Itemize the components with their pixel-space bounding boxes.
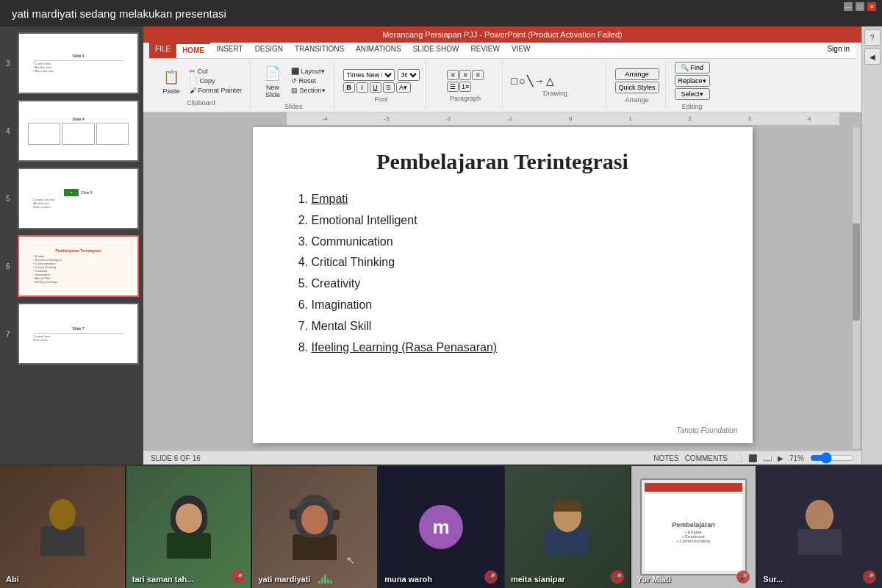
- list-item-5: Creativity: [312, 273, 716, 295]
- tab-transitions[interactable]: TRANSITIONS: [289, 43, 350, 58]
- tab-file[interactable]: FILE: [149, 43, 176, 58]
- question-help-button[interactable]: ?: [864, 29, 881, 46]
- collapse-button[interactable]: ◀: [864, 49, 881, 65]
- tab-insert[interactable]: INSERT: [210, 43, 249, 58]
- tab-animations[interactable]: ANIMATIONS: [350, 43, 406, 58]
- tab-home[interactable]: HOME: [176, 43, 210, 58]
- slide-thumb-6[interactable]: Pembelajaran Terintegrasi • Empati • Emo…: [18, 235, 139, 297]
- copy-button[interactable]: 📄 Copy: [187, 76, 244, 85]
- meita-body: [545, 529, 589, 555]
- view-slideshow[interactable]: ▶: [778, 454, 784, 462]
- slide-thumb-5[interactable]: ● Slide 5 Content text line Another line…: [18, 168, 139, 229]
- font-size-select[interactable]: 36: [398, 69, 420, 81]
- tab-view[interactable]: VIEW: [506, 43, 537, 58]
- view-slide-sorter[interactable]: ⬛: [748, 454, 757, 462]
- ribbon-group-slides: 📄 NewSlide ⬛ Layout▾ ↺ Reset ▤ Section▾ …: [254, 62, 334, 110]
- tab-review[interactable]: REVIEW: [465, 43, 505, 58]
- ribbon-group-arrange: Arrange Quick Styles Arrange: [609, 62, 666, 110]
- align-right-button[interactable]: ≡: [472, 70, 484, 80]
- sur-body: [797, 529, 842, 555]
- slide-count: SLIDE 6 OF 16: [151, 454, 201, 462]
- shapes-button[interactable]: □: [512, 75, 517, 87]
- reset-button[interactable]: ↺ Reset: [289, 76, 328, 85]
- view-reading[interactable]: 📖: [763, 454, 772, 462]
- tab-design[interactable]: DESIGN: [249, 43, 289, 58]
- list-item-3: Communication: [312, 232, 716, 253]
- comments-button[interactable]: COMMENTS: [685, 454, 728, 462]
- signin-button[interactable]: Sign in: [821, 43, 856, 58]
- maximize-button[interactable]: □: [856, 2, 864, 11]
- view-normal[interactable]: ⬜: [734, 454, 742, 462]
- body: [167, 533, 211, 559]
- paste-icon: 📋: [161, 67, 182, 87]
- replace-button[interactable]: Replace▾: [675, 75, 710, 87]
- screen-content: Pembelajaran • Empati• Emotional• Commun…: [645, 494, 742, 572]
- italic-button[interactable]: I: [356, 82, 368, 93]
- list-item-1: Empati: [312, 189, 716, 210]
- cut-button[interactable]: ✂ Cut: [187, 67, 244, 76]
- screen-slide-content: • Empati• Emotional• Communication: [672, 530, 715, 543]
- yati-face: ↖: [252, 466, 377, 588]
- yati-audio-bars: [318, 573, 332, 584]
- window-controls[interactable]: — □ ✕: [844, 2, 876, 11]
- ribbon-group-editing: 🔍 Find Replace▾ Select▾ Editing: [669, 62, 716, 110]
- triangle-button[interactable]: △: [546, 75, 554, 87]
- person-tari: [167, 495, 211, 559]
- close-button[interactable]: ✕: [867, 2, 876, 11]
- meita-hair: [553, 500, 581, 512]
- video-cell-yati: ↖ yati mardiyati: [252, 466, 379, 588]
- abi-face: [0, 466, 125, 588]
- numbering-button[interactable]: 1≡: [459, 82, 471, 92]
- ribbon-group-clipboard: 📋 Paste ✂ Cut 📄 Copy 🖌 Format Painter Cl…: [152, 62, 251, 110]
- align-center-button[interactable]: ≡: [459, 70, 471, 80]
- slide-edit-area[interactable]: -4-3-2-101234 Pembelajaran Terintegrasi …: [143, 112, 861, 451]
- select-button[interactable]: Select▾: [675, 88, 710, 100]
- quick-styles-button[interactable]: Quick Styles: [615, 82, 659, 93]
- meita-mic-off-icon: 🎤: [611, 570, 624, 584]
- slide-canvas[interactable]: Pembelajaran Terintegrasi Empati Emotion…: [253, 127, 753, 443]
- video-cell-sur: Sur... 🎤: [757, 466, 882, 588]
- presenter-status: yati mardiyati sedang melakukan presenta…: [12, 7, 226, 20]
- headset-band: [292, 498, 337, 520]
- font-color-button[interactable]: A▾: [396, 82, 411, 93]
- bullets-button[interactable]: ☰: [447, 82, 459, 92]
- clipboard-label: Clipboard: [187, 99, 215, 107]
- muna-avatar: m: [419, 505, 463, 549]
- strikethrough-button[interactable]: S: [383, 82, 395, 93]
- slide-thumb-7[interactable]: Slide 7 Content here More items: [18, 303, 139, 365]
- tab-slideshow[interactable]: SLIDE SHOW: [407, 43, 465, 58]
- arrange-button[interactable]: Arrange: [615, 68, 659, 80]
- ribbon-group-paragraph: ≡ ≡ ≡ ☰ 1≡ Paragraph: [429, 62, 503, 110]
- scrollbar-thumb[interactable]: [853, 223, 860, 320]
- arrow-button[interactable]: →: [534, 75, 545, 87]
- minimize-button[interactable]: —: [844, 2, 853, 11]
- slide-footer: Tanoto Foundation: [676, 426, 737, 434]
- slides-small-buttons: ⬛ Layout▾ ↺ Reset ▤ Section▾: [289, 67, 328, 95]
- align-left-button[interactable]: ≡: [447, 70, 459, 80]
- line-button[interactable]: ╲: [527, 75, 533, 87]
- list-item-8: Ifeeling Learning (Rasa Penasaran): [312, 337, 716, 359]
- vertical-scrollbar[interactable]: [853, 127, 860, 449]
- zoom-slider[interactable]: [810, 452, 854, 464]
- underline-button[interactable]: U: [370, 82, 381, 93]
- person-abi: [40, 499, 85, 556]
- ribbon-group-font: Times New R... 36 B I U S A▾ Font: [337, 62, 426, 110]
- font-family-select[interactable]: Times New R...: [343, 69, 395, 81]
- sur-name: Sur...: [763, 575, 783, 584]
- paste-button[interactable]: 📋 Paste: [158, 65, 184, 96]
- oval-button[interactable]: ○: [519, 75, 525, 87]
- layout-button[interactable]: ⬛ Layout▾: [289, 67, 328, 76]
- slide-thumb-3[interactable]: Slide 3 • Content line • Another item • …: [18, 32, 139, 94]
- notes-button[interactable]: NOTES: [653, 454, 678, 462]
- bold-button[interactable]: B: [343, 82, 355, 93]
- person-meita: [545, 500, 589, 555]
- format-painter-button[interactable]: 🖌 Format Painter: [187, 86, 244, 95]
- slide-thumb-4[interactable]: Slide 4: [18, 100, 139, 162]
- drawing-label: Drawing: [543, 90, 567, 97]
- find-button[interactable]: 🔍 Find: [675, 62, 710, 74]
- slide-panel[interactable]: 3 Slide 3 • Content line • Another item …: [0, 26, 143, 465]
- section-button[interactable]: ▤ Section▾: [289, 86, 328, 95]
- video-cell-abi: Abi: [0, 466, 126, 588]
- ppt-statusbar: SLIDE 6 OF 16 NOTES COMMENTS ⬜ ⬛ 📖 ▶ 71%: [143, 451, 861, 465]
- new-slide-button[interactable]: 📄 NewSlide: [259, 62, 286, 100]
